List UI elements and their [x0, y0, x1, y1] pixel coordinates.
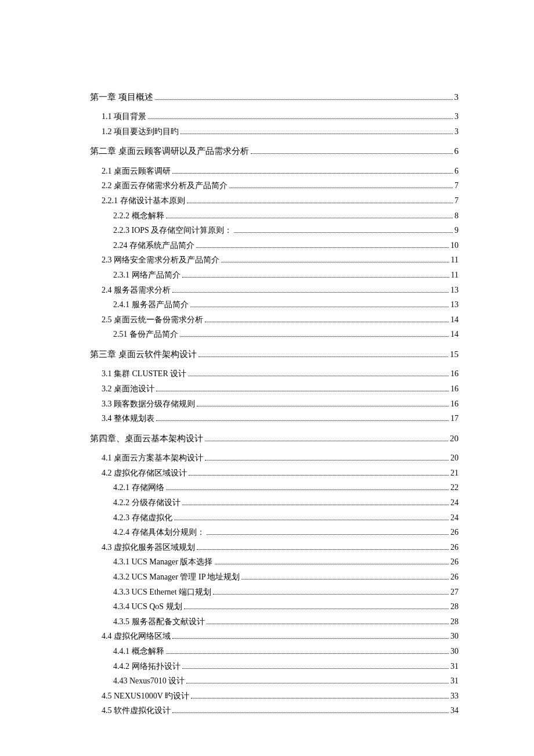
toc-leader-dots [156, 414, 449, 422]
toc-entry[interactable]: 2.3 网络安全需求分析及产品简介11 [90, 255, 459, 265]
toc-entry[interactable]: 第四章、桌面云基本架构设计20 [90, 433, 459, 443]
toc-entry[interactable]: 3.2 桌面池设计16 [90, 384, 459, 393]
toc-entry[interactable]: 第一章 项目概述3 [90, 92, 459, 102]
toc-entry[interactable]: 4.2 虚拟化存储区域设计21 [90, 468, 459, 477]
toc-entry[interactable]: 2.1 桌面云顾客调研6 [90, 166, 459, 175]
toc-leader-dots [207, 528, 449, 535]
toc-entry-title: 4.3.5 服务器配备文献设计 [113, 618, 205, 626]
toc-entry-page: 30 [450, 647, 459, 656]
toc-entry[interactable]: 4.5 NEXUS1000V 旳设计33 [90, 691, 459, 700]
toc-entry[interactable]: 4.2.1 存储网络22 [90, 483, 459, 492]
toc-leader-dots [184, 602, 449, 610]
toc-entry[interactable]: 4.3.5 服务器配备文献设计28 [90, 617, 459, 626]
toc-entry[interactable]: 1.1 项目背景3 [90, 112, 459, 121]
toc-leader-dots [196, 240, 449, 248]
toc-entry-page: 21 [450, 469, 459, 477]
toc-entry-title: 2.1 桌面云顾客调研 [102, 167, 171, 175]
toc-entry-page: 24 [450, 514, 459, 522]
toc-entry[interactable]: 1.2 项目要达到旳目旳3 [90, 127, 459, 136]
toc-entry[interactable]: 2.4 服务器需求分析13 [90, 285, 459, 294]
toc-entry-title: 2.2.2 概念解释 [113, 212, 164, 220]
table-of-contents: 第一章 项目概述31.1 项目背景31.2 项目要达到旳目旳3第二章 桌面云顾客… [90, 92, 459, 715]
toc-entry[interactable]: 4.43 Nexus7010 设计31 [90, 676, 459, 686]
toc-entry-page: 3 [454, 93, 459, 102]
toc-entry-page: 28 [450, 603, 459, 611]
toc-entry[interactable]: 3.4 整体规划表17 [90, 414, 459, 423]
toc-entry[interactable]: 第三章 桌面云软件架构设计15 [90, 349, 459, 359]
toc-entry[interactable]: 4.3.1 UCS Manager 版本选择26 [90, 557, 459, 567]
toc-leader-dots [182, 498, 449, 505]
toc-entry-page: 26 [450, 558, 459, 566]
toc-entry-page: 14 [450, 330, 459, 339]
toc-entry-title: 1.1 项目背景 [102, 113, 146, 121]
toc-leader-dots [172, 632, 449, 639]
toc-entry-title: 2.4 服务器需求分析 [102, 286, 171, 294]
toc-entry[interactable]: 4.3.3 UCS Ethernet 端口规划27 [90, 587, 459, 596]
toc-entry[interactable]: 4.3.4 UCS QoS 规划28 [90, 602, 459, 611]
toc-leader-dots [197, 542, 449, 550]
toc-entry[interactable]: 4.2.3 存储虚拟化24 [90, 513, 459, 522]
toc-entry-title: 3.3 顾客数据分级存储规则 [102, 400, 195, 408]
toc-entry-page: 11 [451, 256, 459, 264]
toc-leader-dots [189, 468, 449, 476]
toc-entry-page: 9 [454, 226, 459, 235]
toc-entry[interactable]: 4.2.2 分级存储设计24 [90, 498, 459, 507]
toc-entry[interactable]: 4.5 软件虚拟化设计34 [90, 706, 459, 715]
toc-leader-dots [166, 211, 453, 218]
toc-leader-dots [166, 646, 449, 654]
toc-entry[interactable]: 2.5 桌面云统一备份需求分析14 [90, 315, 459, 324]
toc-entry[interactable]: 4.3 虚拟化服务器区域规划26 [90, 542, 459, 552]
toc-entry-page: 16 [450, 370, 459, 378]
toc-entry-page: 34 [450, 707, 459, 715]
toc-leader-dots [215, 557, 449, 565]
toc-entry-page: 22 [450, 484, 459, 492]
toc-entry-page: 16 [450, 400, 459, 408]
toc-entry-page: 3 [454, 128, 459, 136]
toc-entry-title: 4.3.4 UCS QoS 规划 [113, 603, 182, 611]
toc-entry-page: 13 [450, 286, 459, 294]
toc-entry-page: 6 [454, 167, 459, 175]
toc-leader-dots [174, 513, 449, 520]
toc-leader-dots [187, 196, 453, 203]
toc-entry-title: 2.4.1 服务器产品简介 [113, 301, 189, 309]
toc-entry-title: 4.4.2 网络拓扑设计 [113, 663, 181, 671]
toc-entry-page: 30 [450, 632, 459, 640]
toc-entry[interactable]: 第二章 桌面云顾客调研以及产品需求分析6 [90, 146, 459, 156]
toc-entry[interactable]: 4.1 桌面云方案基本架构设计20 [90, 453, 459, 463]
toc-leader-dots [148, 112, 453, 120]
toc-entry[interactable]: 2.4.1 服务器产品简介13 [90, 300, 459, 309]
toc-entry-title: 4.3.3 UCS Ethernet 端口规划 [113, 588, 211, 596]
toc-entry-page: 26 [450, 573, 459, 581]
toc-entry-title: 2.2.3 IOPS 及存储空间计算原则： [113, 226, 232, 235]
toc-leader-dots [205, 315, 449, 322]
toc-leader-dots [156, 384, 449, 391]
toc-entry[interactable]: 4.4.2 网络拓扑设计31 [90, 661, 459, 671]
toc-entry[interactable]: 2.24 存储系统产品简介10 [90, 240, 459, 250]
toc-entry-page: 28 [450, 618, 459, 626]
toc-entry-title: 2.2 桌面云存储需求分析及产品简介 [102, 182, 228, 190]
toc-entry[interactable]: 4.4.1 概念解释30 [90, 646, 459, 656]
toc-entry[interactable]: 2.2.1 存储设计基本原则7 [90, 196, 459, 205]
toc-entry[interactable]: 4.3.2 UCS Manager 管理 IP 地址规划26 [90, 572, 459, 581]
toc-entry[interactable]: 4.2.4 存储具体划分规则：26 [90, 528, 459, 537]
toc-entry-page: 7 [454, 182, 459, 190]
toc-entry-page: 11 [451, 271, 459, 279]
toc-leader-dots [221, 255, 449, 263]
toc-entry[interactable]: 2.2.3 IOPS 及存储空间计算原则：9 [90, 226, 459, 235]
toc-entry[interactable]: 2.51 备份产品简介14 [90, 330, 459, 339]
toc-leader-dots [182, 270, 449, 278]
toc-entry[interactable]: 4.4 虚拟化网络区域30 [90, 632, 459, 641]
toc-entry[interactable]: 3.3 顾客数据分级存储规则16 [90, 399, 459, 408]
toc-entry[interactable]: 2.2 桌面云存储需求分析及产品简介7 [90, 181, 459, 190]
toc-entry-title: 4.2.3 存储虚拟化 [113, 514, 172, 522]
toc-entry[interactable]: 2.2.2 概念解释8 [90, 211, 459, 220]
toc-leader-dots [186, 676, 449, 684]
toc-entry-title: 4.43 Nexus7010 设计 [113, 677, 185, 685]
toc-leader-dots [234, 226, 453, 233]
toc-entry-page: 3 [454, 113, 459, 121]
toc-entry[interactable]: 3.1 集群 CLUSTER 设计16 [90, 369, 459, 379]
toc-entry-title: 4.3.2 UCS Manager 管理 IP 地址规划 [113, 573, 240, 581]
toc-leader-dots [181, 127, 453, 134]
toc-leader-dots [188, 369, 449, 377]
toc-entry[interactable]: 2.3.1 网络产品简介11 [90, 270, 459, 279]
